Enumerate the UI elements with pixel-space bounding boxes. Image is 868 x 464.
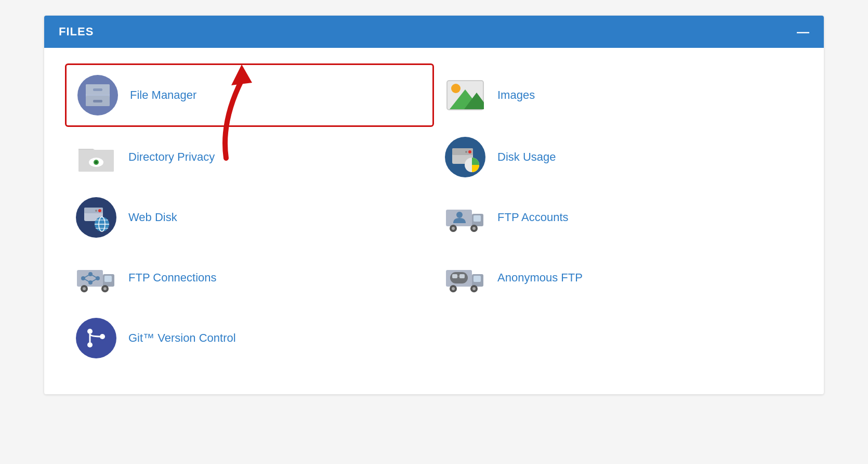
svg-rect-57 bbox=[474, 276, 481, 282]
panel-body: File Manager Images bbox=[44, 48, 824, 394]
images-icon bbox=[444, 74, 486, 116]
panel-title: FILES bbox=[59, 25, 94, 38]
svg-point-67 bbox=[87, 329, 93, 334]
ftp-accounts-item[interactable]: FTP Accounts bbox=[434, 187, 803, 248]
anonymous-ftp-item[interactable]: Anonymous FTP bbox=[434, 248, 803, 308]
directory-privacy-item[interactable]: Directory Privacy bbox=[65, 127, 434, 187]
svg-point-68 bbox=[87, 342, 93, 347]
git-version-control-item[interactable]: Git™ Version Control bbox=[65, 308, 434, 368]
svg-point-66 bbox=[76, 318, 116, 358]
ftp-connections-label: FTP Connections bbox=[128, 271, 217, 285]
disk-usage-icon bbox=[444, 136, 486, 178]
empty-cell bbox=[434, 308, 803, 368]
panel-header: FILES — bbox=[44, 16, 824, 48]
anonymous-ftp-icon bbox=[444, 257, 486, 299]
disk-usage-label: Disk Usage bbox=[497, 150, 556, 164]
minimize-button[interactable]: — bbox=[797, 25, 809, 38]
svg-point-25 bbox=[98, 209, 101, 212]
file-manager-label: File Manager bbox=[130, 88, 196, 102]
directory-privacy-icon bbox=[75, 136, 117, 178]
git-icon bbox=[75, 317, 117, 359]
web-disk-label: Web Disk bbox=[128, 211, 177, 224]
images-label: Images bbox=[497, 88, 535, 102]
svg-rect-34 bbox=[474, 215, 481, 222]
git-version-control-label: Git™ Version Control bbox=[128, 331, 236, 345]
svg-point-19 bbox=[468, 150, 471, 153]
file-manager-item[interactable]: File Manager bbox=[65, 63, 434, 127]
file-manager-icon bbox=[77, 74, 119, 116]
svg-rect-42 bbox=[104, 276, 112, 282]
svg-point-36 bbox=[452, 227, 455, 230]
svg-point-39 bbox=[456, 212, 463, 218]
ftp-accounts-icon bbox=[444, 197, 486, 238]
svg-point-20 bbox=[465, 151, 467, 153]
svg-rect-64 bbox=[459, 274, 465, 278]
images-item[interactable]: Images bbox=[434, 63, 803, 127]
ftp-accounts-label: FTP Accounts bbox=[497, 211, 569, 224]
svg-point-14 bbox=[95, 161, 98, 164]
svg-point-44 bbox=[83, 287, 86, 290]
svg-point-8 bbox=[451, 84, 461, 93]
svg-point-38 bbox=[472, 227, 476, 230]
ftp-connections-item[interactable]: FTP Connections bbox=[65, 248, 434, 308]
svg-point-59 bbox=[452, 287, 455, 290]
svg-point-61 bbox=[472, 287, 476, 290]
anonymous-ftp-label: Anonymous FTP bbox=[497, 271, 583, 285]
svg-rect-3 bbox=[93, 88, 102, 91]
disk-usage-item[interactable]: Disk Usage bbox=[434, 127, 803, 187]
svg-rect-63 bbox=[452, 274, 457, 278]
web-disk-icon bbox=[75, 197, 117, 238]
files-panel: FILES — File Manager bbox=[44, 16, 824, 394]
svg-point-26 bbox=[95, 210, 97, 212]
web-disk-item[interactable]: Web Disk bbox=[65, 187, 434, 248]
ftp-connections-icon bbox=[75, 257, 117, 299]
svg-rect-5 bbox=[93, 100, 102, 102]
directory-privacy-label: Directory Privacy bbox=[128, 150, 215, 164]
svg-point-46 bbox=[103, 287, 107, 290]
